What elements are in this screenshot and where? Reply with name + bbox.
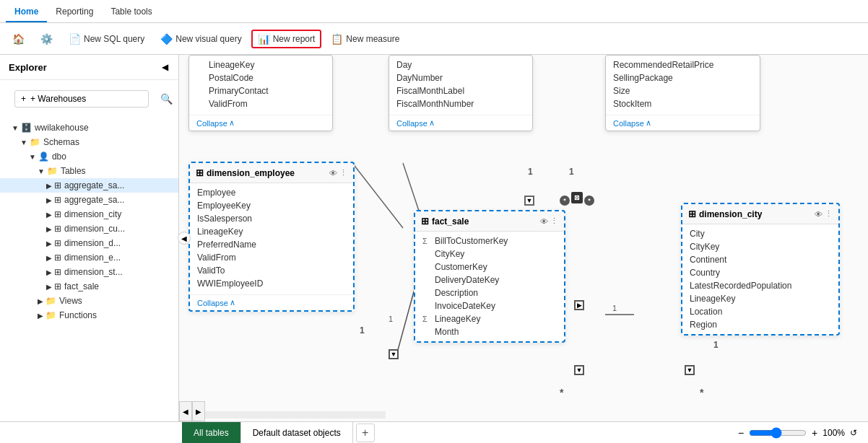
zoom-slider[interactable]: [749, 427, 807, 439]
settings-btn[interactable]: ⚙️: [34, 30, 59, 48]
field-label: LineageKey: [690, 294, 735, 304]
sidebar-collapse-btn[interactable]: ◀: [160, 61, 170, 74]
field-label: EmployeeKey: [197, 201, 251, 211]
db-field-lineagekey-city: LineageKey: [682, 292, 838, 305]
db-collapse-date-btn[interactable]: Collapse ∧: [389, 115, 532, 131]
sidebar-item-dimension-cu[interactable]: ▶ ⊞ dimension_cu...: [0, 222, 178, 236]
canvas-scroll-left[interactable]: ◀: [179, 401, 192, 421]
db-field-issalesperson: IsSalesperson: [190, 212, 353, 225]
sidebar-item-dimension-d[interactable]: ▶ ⊞ dimension_d...: [0, 236, 178, 250]
table-preview-btn[interactable]: 👁: [540, 216, 548, 226]
sidebar-item-dimension-city[interactable]: ▶ ⊞ dimension_city: [0, 207, 178, 222]
new-measure-btn[interactable]: 📋 New measure: [324, 30, 406, 48]
zoom-level-label: 100%: [823, 428, 845, 438]
db-collapse-employee-btn[interactable]: Collapse ∧: [190, 294, 353, 310]
db-table-header: ⊞ dimension_city 👁 ⋮: [682, 204, 838, 224]
bottom-bar: ◀ ▶ All tables Default dataset objects +…: [0, 421, 868, 443]
canvas-scroll-right[interactable]: ▶: [192, 401, 205, 421]
sidebar-item-aggregate-sa-1[interactable]: ▶ ⊞ aggregate_sa...: [0, 178, 178, 193]
table-more-btn[interactable]: ⋮: [825, 209, 833, 219]
field-label: PreferredName: [197, 240, 256, 250]
chevron-icon: ▶: [38, 297, 43, 305]
sidebar-item-label: dimension_d...: [64, 238, 173, 248]
db-field-lineagekey: LineageKey: [190, 225, 353, 238]
db-field: Description: [415, 286, 564, 299]
new-sql-query-btn[interactable]: 📄 New SQL query: [62, 30, 151, 48]
tab-home[interactable]: Home: [6, 2, 47, 22]
sidebar-item-dimension-e[interactable]: ▶ ⊞ dimension_e...: [0, 250, 178, 265]
field-label: Month: [435, 327, 459, 337]
db-table-dimension-employee[interactable]: ⊞ dimension_employee 👁 ⋮ Employee Employ…: [188, 162, 355, 312]
connector-asterisk-city-right: *: [700, 387, 703, 398]
new-visual-query-btn[interactable]: 🔷 New visual query: [154, 30, 248, 48]
sidebar-item-dbo[interactable]: ▼ 👤 dbo: [0, 149, 178, 164]
new-visual-query-label: New visual query: [175, 34, 241, 44]
db-table-fact-sale[interactable]: ⊞ fact_sale 👁 ⋮ Σ BillToCustomerKey City…: [414, 210, 565, 343]
sidebar-item-label: dimension_e...: [64, 253, 173, 263]
table-icon: ⊞: [54, 209, 61, 219]
field-label: LineageKey: [435, 314, 480, 324]
search-btn[interactable]: 🔍: [160, 93, 173, 105]
sidebar-item-views[interactable]: ▶ 📁 Views: [0, 294, 178, 308]
field-label: DeliveryDateKey: [435, 275, 499, 285]
visual-query-icon: 🔷: [160, 33, 173, 45]
db-field-latestrecordedpopulation: LatestRecordedPopulation: [682, 279, 838, 292]
sidebar-item-label: dimension_st...: [64, 267, 173, 277]
sidebar-item-fact-sale[interactable]: ▶ ⊞ fact_sale: [0, 279, 178, 294]
sidebar-item-wwilakehouse[interactable]: ▼ 🗄️ wwilakehouse: [0, 120, 178, 135]
db-field: CityKey: [415, 247, 564, 260]
sidebar-item-aggregate-sa-2[interactable]: ▶ ⊞ aggregate_sa...: [0, 193, 178, 207]
db-collapse-btn[interactable]: Collapse ∧: [189, 115, 332, 131]
db-table-dimension-city[interactable]: ⊞ dimension_city 👁 ⋮ City CityKey Contin…: [681, 203, 840, 335]
sidebar-header-actions: ◀: [160, 61, 170, 74]
db-field: PrimaryContact: [189, 84, 332, 97]
table-icon: ⊞: [54, 281, 61, 291]
main-layout: Explorer ◀ + + Warehouses 🔍 ▼ 🗄️ wwilake…: [0, 55, 868, 421]
bottom-tab-default-dataset[interactable]: Default dataset objects: [241, 422, 353, 444]
field-label: LineageKey: [209, 60, 254, 70]
db-table-date-partial: Day DayNumber FiscalMonthLabel FiscalMon…: [389, 55, 533, 131]
sidebar-item-dimension-st[interactable]: ▶ ⊞ dimension_st...: [0, 265, 178, 279]
zoom-out-btn[interactable]: −: [736, 427, 746, 439]
table-preview-btn[interactable]: 👁: [815, 209, 823, 219]
chevron-icon: ▶: [38, 312, 43, 320]
sidebar-item-label: dbo: [52, 152, 173, 162]
home-icon-btn[interactable]: 🏠: [6, 30, 31, 48]
folder-icon: 📁: [30, 137, 40, 147]
field-label: Country: [690, 268, 720, 278]
tab-reporting[interactable]: Reporting: [47, 2, 102, 22]
arrow-down: ▼: [524, 196, 534, 206]
new-report-btn[interactable]: 📊 New report: [251, 30, 322, 48]
home-icon: 🏠: [12, 33, 25, 45]
db-table-header-left: ⊞ dimension_city: [688, 209, 762, 219]
nav-tabs: Home Reporting Table tools: [0, 0, 868, 23]
db-field-continent: Continent: [682, 253, 838, 266]
db-field: Day: [389, 58, 532, 71]
field-label: WWIEmployeeID: [197, 278, 263, 289]
table-more-btn[interactable]: ⋮: [339, 168, 347, 177]
db-collapse-supplier-btn[interactable]: Collapse ∧: [606, 115, 760, 131]
canvas-area[interactable]: 1 1 LineageKey PostalCode: [179, 55, 868, 421]
add-tab-btn[interactable]: +: [356, 424, 375, 442]
db-table-body: City CityKey Continent Country LatestRec…: [682, 224, 838, 334]
svg-line-0: [352, 163, 403, 228]
new-sql-query-label: New SQL query: [84, 34, 144, 44]
collapse-label: Collapse: [396, 119, 428, 128]
table-more-btn[interactable]: ⋮: [550, 216, 558, 226]
db-table-body: Day DayNumber FiscalMonthLabel FiscalMon…: [389, 56, 532, 113]
tab-table-tools[interactable]: Table tools: [102, 2, 160, 22]
table-preview-btn[interactable]: 👁: [329, 168, 337, 177]
sidebar-item-tables[interactable]: ▼ 📁 Tables: [0, 164, 178, 178]
db-field: PostalCode: [189, 71, 332, 84]
add-warehouse-btn[interactable]: + + Warehouses: [14, 90, 149, 108]
sidebar-item-functions[interactable]: ▶ 📁 Functions: [0, 308, 178, 323]
field-label: Region: [690, 320, 717, 330]
chevron-icon: ▶: [46, 211, 52, 219]
sidebar-item-schemas[interactable]: ▼ 📁 Schemas: [0, 135, 178, 149]
zoom-in-btn[interactable]: +: [810, 427, 820, 439]
db-field: ValidFrom: [189, 97, 332, 110]
sidebar-collapse-handle[interactable]: ◀: [178, 232, 191, 245]
table-icon: ⊞: [421, 216, 429, 227]
zoom-reset-btn[interactable]: ↺: [848, 428, 859, 438]
bottom-tab-all-tables[interactable]: All tables: [182, 422, 241, 444]
